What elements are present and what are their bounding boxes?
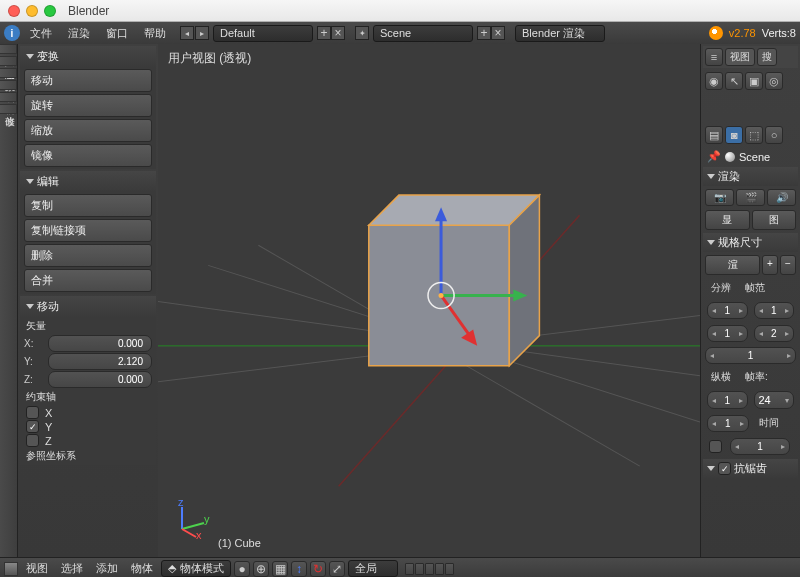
layer-button[interactable] bbox=[405, 563, 414, 575]
tab-animation[interactable]: 动画 bbox=[0, 80, 17, 90]
preset-add-button[interactable]: + bbox=[762, 255, 778, 275]
constraint-axis-label: 约束轴 bbox=[26, 390, 150, 404]
shading-solid-icon[interactable]: ● bbox=[234, 561, 250, 577]
close-window-button[interactable] bbox=[8, 5, 20, 17]
top-menu-bar: i 文件 渲染 窗口 帮助 ◂ ▸ Default +× ✦ Scene +× … bbox=[0, 22, 800, 44]
preset-remove-button[interactable]: − bbox=[780, 255, 796, 275]
viewport-header: 视图 选择 添加 物体 ⬘物体模式 ● ⊕ ▦ ↕ ↻ ⤢ 全局 bbox=[0, 557, 800, 577]
translate-button[interactable]: 移动 bbox=[24, 69, 152, 92]
maximize-window-button[interactable] bbox=[44, 5, 56, 17]
scene-add-button[interactable]: + bbox=[477, 26, 491, 40]
scene-dropdown[interactable]: Scene bbox=[373, 25, 473, 42]
constraint-x-checkbox[interactable] bbox=[26, 406, 39, 419]
render-toggle-icon[interactable]: ◎ bbox=[765, 72, 783, 90]
scene-remove-button[interactable]: × bbox=[491, 26, 505, 40]
aspect-x-field[interactable]: ◂1▸ bbox=[707, 391, 748, 409]
menu-file[interactable]: 文件 bbox=[24, 24, 58, 43]
percentage-field[interactable]: ◂1▸ bbox=[705, 347, 796, 364]
antialias-header[interactable]: 抗锯齿 bbox=[703, 459, 798, 478]
res-y-field[interactable]: ◂1▸ bbox=[707, 325, 748, 342]
render-tab-icon[interactable]: ▤ bbox=[705, 126, 723, 144]
orientation-dropdown[interactable]: 全局 bbox=[348, 560, 398, 577]
layout-remove-button[interactable]: × bbox=[331, 26, 345, 40]
minimize-window-button[interactable] bbox=[26, 5, 38, 17]
world-tab-icon[interactable]: ○ bbox=[765, 126, 783, 144]
z-label: Z: bbox=[24, 374, 44, 385]
layout-add-button[interactable]: + bbox=[317, 26, 331, 40]
layout-next-button[interactable]: ▸ bbox=[195, 26, 209, 40]
z-value-field[interactable]: 0.000 bbox=[48, 371, 152, 388]
rotate-button[interactable]: 旋转 bbox=[24, 94, 152, 117]
mirror-button[interactable]: 镜像 bbox=[24, 144, 152, 167]
transform-header[interactable]: 变换 bbox=[20, 46, 156, 67]
dimensions-header[interactable]: 规格尺寸 bbox=[703, 233, 798, 252]
tab-relations[interactable]: 关系 bbox=[0, 68, 17, 78]
orientation-label: 参照坐标系 bbox=[26, 449, 150, 463]
outliner-icon[interactable]: ≡ bbox=[705, 48, 723, 66]
manipulator-rotate-icon[interactable]: ↻ bbox=[310, 561, 326, 577]
manipulator-translate-icon[interactable]: ↕ bbox=[291, 561, 307, 577]
camera-icon[interactable]: ▣ bbox=[745, 72, 763, 90]
duplicate-linked-button[interactable]: 复制链接项 bbox=[24, 219, 152, 242]
render-engine-dropdown[interactable]: Blender 渲染 bbox=[515, 25, 605, 42]
fps-field[interactable]: 24▾ bbox=[754, 391, 795, 409]
duplicate-button[interactable]: 复制 bbox=[24, 194, 152, 217]
screen-layout-dropdown[interactable]: Default bbox=[213, 25, 313, 42]
frame-start-field[interactable]: ◂1▸ bbox=[754, 302, 795, 319]
frame-end-field[interactable]: ◂2▸ bbox=[754, 325, 795, 342]
3d-viewport[interactable]: 用户视图 (透视) bbox=[158, 44, 700, 557]
join-button[interactable]: 合并 bbox=[24, 269, 152, 292]
border-checkbox[interactable] bbox=[709, 440, 722, 453]
layer-button[interactable] bbox=[425, 563, 434, 575]
x-value-field[interactable]: 0.000 bbox=[48, 335, 152, 352]
render-section-header[interactable]: 渲染 bbox=[703, 167, 798, 186]
vp-menu-select[interactable]: 选择 bbox=[56, 559, 88, 577]
vp-menu-view[interactable]: 视图 bbox=[21, 559, 53, 577]
y-value-field[interactable]: 2.120 bbox=[48, 353, 152, 370]
disclosure-icon bbox=[26, 304, 34, 309]
layer-button[interactable] bbox=[415, 563, 424, 575]
time-field[interactable]: ◂1▸ bbox=[730, 438, 790, 455]
aspect-y-field[interactable]: ◂1▸ bbox=[707, 415, 749, 432]
layer-button[interactable] bbox=[435, 563, 444, 575]
scene-tab-icon[interactable]: ⬚ bbox=[745, 126, 763, 144]
vp-menu-object[interactable]: 物体 bbox=[126, 559, 158, 577]
view-tab[interactable]: 视图 bbox=[725, 48, 755, 66]
antialias-checkbox[interactable] bbox=[718, 462, 731, 475]
edit-header[interactable]: 编辑 bbox=[20, 171, 156, 192]
layout-prev-button[interactable]: ◂ bbox=[180, 26, 194, 40]
tab-create[interactable]: 创建 bbox=[0, 56, 17, 66]
cursor-icon[interactable]: ↖ bbox=[725, 72, 743, 90]
menu-render[interactable]: 渲染 bbox=[62, 24, 96, 43]
menu-window[interactable]: 窗口 bbox=[100, 24, 134, 43]
constraint-z-checkbox[interactable] bbox=[26, 434, 39, 447]
camera-tab-icon[interactable]: ◙ bbox=[725, 126, 743, 144]
editor-type-icon[interactable] bbox=[4, 562, 18, 576]
visibility-icon[interactable]: ◉ bbox=[705, 72, 723, 90]
render-anim-button[interactable]: 🎬 bbox=[736, 189, 765, 206]
tab-grease[interactable]: 修改 bbox=[0, 104, 17, 114]
delete-button[interactable]: 删除 bbox=[24, 244, 152, 267]
constraint-y-checkbox[interactable] bbox=[26, 420, 39, 433]
render-still-button[interactable]: 📷 bbox=[705, 189, 734, 206]
layer-button[interactable] bbox=[445, 563, 454, 575]
manipulator-scale-icon[interactable]: ⤢ bbox=[329, 561, 345, 577]
layers-icon[interactable]: ▦ bbox=[272, 561, 288, 577]
operator-header[interactable]: 移动 bbox=[20, 296, 156, 317]
pivot-icon[interactable]: ⊕ bbox=[253, 561, 269, 577]
render-preset-dropdown[interactable]: 渲 bbox=[705, 255, 760, 275]
tab-physics[interactable]: 物理 bbox=[0, 92, 17, 102]
mode-dropdown[interactable]: ⬘物体模式 bbox=[161, 560, 231, 577]
menu-help[interactable]: 帮助 bbox=[138, 24, 172, 43]
scene-browse-icon[interactable]: ✦ bbox=[355, 26, 369, 40]
display-mode-dropdown[interactable]: 图 bbox=[752, 210, 797, 230]
scale-button[interactable]: 缩放 bbox=[24, 119, 152, 142]
tab-tools[interactable]: 工具 bbox=[0, 44, 17, 54]
pin-icon[interactable]: 📌 bbox=[707, 150, 721, 163]
vp-menu-add[interactable]: 添加 bbox=[91, 559, 123, 577]
res-x-field[interactable]: ◂1▸ bbox=[707, 302, 748, 319]
framerange-label: 帧范 bbox=[745, 281, 765, 295]
info-editor-icon[interactable]: i bbox=[4, 25, 20, 41]
render-audio-button[interactable]: 🔊 bbox=[767, 189, 796, 206]
search-tab[interactable]: 搜 bbox=[757, 48, 777, 66]
